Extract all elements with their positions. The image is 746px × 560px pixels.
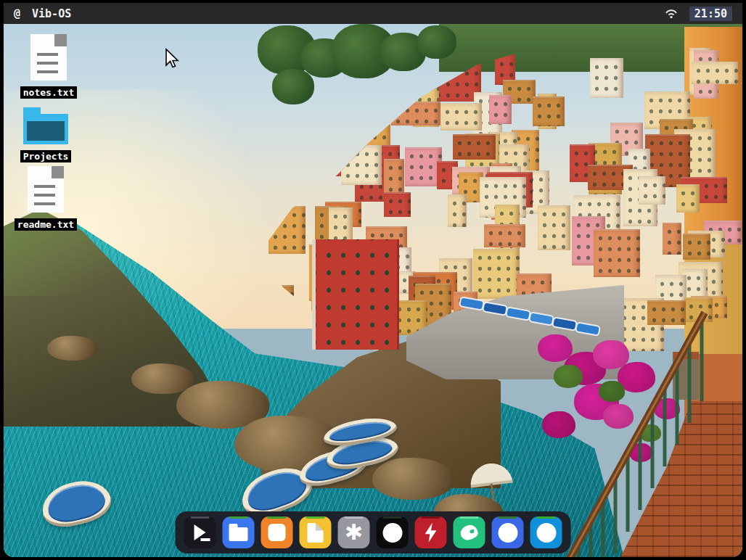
dock-item-app-blue[interactable]: [492, 516, 524, 548]
desktop-icon-label: readme.txt: [15, 218, 77, 231]
screen: @ Vib-OS 21:50: [4, 3, 742, 557]
village-house: [453, 134, 496, 160]
chat-icon: [459, 524, 479, 541]
document-icon: [30, 34, 67, 81]
village-house: [639, 176, 665, 204]
wallpaper-railing: [549, 308, 742, 557]
rock: [131, 363, 194, 394]
village-house: [384, 192, 411, 217]
app-tile: [300, 516, 332, 548]
os-name-menu[interactable]: Vib-OS: [32, 7, 71, 20]
village-house: [692, 62, 738, 83]
wallpaper-red-house: [312, 239, 399, 350]
app-tile: [223, 516, 255, 548]
dock-item-files[interactable]: [223, 516, 255, 548]
desktop-icon-readme-txt[interactable]: readme.txt: [12, 166, 79, 231]
dock-item-power[interactable]: [415, 516, 447, 548]
app-tile: [454, 516, 485, 548]
dock-item-media[interactable]: [377, 516, 409, 548]
app-tile: [530, 516, 562, 548]
desktop: notes.txt Projects readme.txt: [4, 24, 742, 557]
village-house: [683, 234, 710, 260]
power-icon: [424, 523, 438, 543]
running-indicator: [306, 516, 325, 519]
running-indicator: [537, 516, 556, 519]
village-house: [590, 58, 623, 99]
wifi-icon[interactable]: [665, 8, 678, 19]
app-tile: [184, 516, 216, 548]
rock: [372, 458, 454, 500]
village-house: [448, 194, 467, 227]
menu-bar: @ Vib-OS 21:50: [4, 3, 742, 24]
folder-icon: [23, 114, 68, 144]
village-house: [405, 147, 442, 186]
app-tile: [261, 516, 293, 548]
dock-item-terminal[interactable]: [184, 516, 216, 548]
dock-item-text-editor[interactable]: [300, 516, 332, 548]
village-house: [594, 229, 640, 276]
village-house: [484, 224, 525, 247]
village-house: [538, 205, 570, 250]
village-house: [533, 96, 565, 125]
dock-item-app-azure[interactable]: [530, 516, 562, 548]
dock-item-app-orange[interactable]: [261, 516, 293, 548]
tree: [272, 69, 314, 104]
files-icon: [229, 527, 248, 541]
tree: [417, 25, 456, 59]
document-icon: [28, 166, 64, 213]
app-azure-icon: [536, 523, 556, 543]
dock-item-chat[interactable]: [454, 516, 485, 548]
running-indicator: [383, 516, 402, 519]
terminal-icon: [194, 524, 206, 540]
village-house: [676, 184, 699, 213]
text-editor-icon: [308, 523, 324, 543]
dock: [176, 511, 571, 553]
village-house: [440, 103, 482, 131]
os-menu-icon[interactable]: @: [14, 7, 20, 20]
running-indicator: [499, 516, 517, 519]
running-indicator: [460, 516, 479, 519]
running-indicator: [191, 516, 210, 519]
media-icon: [382, 523, 402, 543]
app-tile: [415, 516, 447, 548]
running-indicator: [229, 516, 248, 519]
app-orange-icon: [269, 524, 286, 541]
desktop-icon-label: Projects: [20, 150, 72, 162]
running-indicator: [422, 516, 440, 519]
app-blue-icon: [498, 523, 517, 543]
village-house: [473, 249, 520, 299]
rock: [47, 336, 98, 361]
desktop-icon-label: notes.txt: [20, 86, 77, 99]
dock-item-settings[interactable]: [338, 516, 370, 548]
desktop-icon-notes-txt[interactable]: notes.txt: [15, 34, 82, 99]
clock[interactable]: 21:50: [689, 7, 732, 21]
app-tile: [492, 516, 524, 548]
settings-icon: [345, 522, 363, 543]
app-tile: [377, 516, 409, 548]
desktop-icon-Projects[interactable]: Projects: [12, 104, 79, 162]
running-indicator: [345, 516, 364, 519]
village-house: [663, 223, 682, 255]
running-indicator: [268, 516, 287, 519]
app-tile: [338, 516, 370, 548]
village-house: [489, 95, 511, 125]
